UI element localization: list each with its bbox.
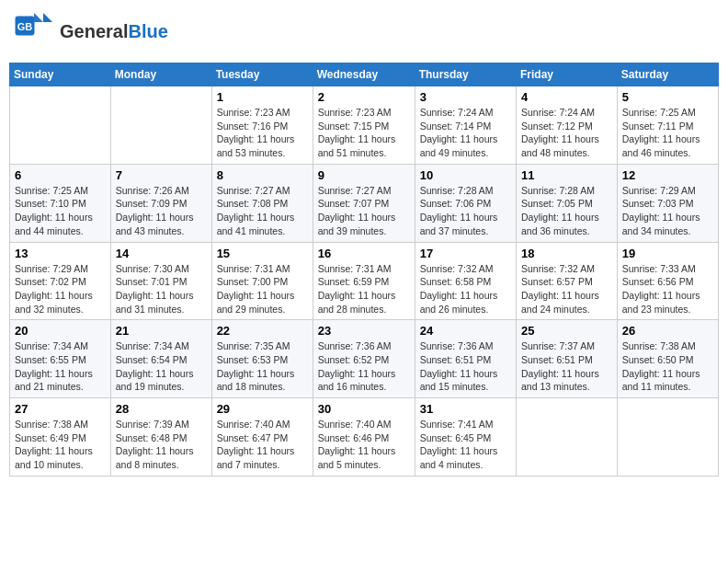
cell-content: Sunrise: 7:28 AM Sunset: 7:05 PM Dayligh…	[521, 184, 612, 238]
day-number: 19	[622, 247, 713, 260]
cell-content: Sunrise: 7:36 AM Sunset: 6:52 PM Dayligh…	[318, 339, 410, 394]
column-header-monday: Monday	[110, 63, 211, 86]
calendar-cell: 23Sunrise: 7:36 AM Sunset: 6:52 PM Dayli…	[313, 320, 415, 398]
calendar-cell: 3Sunrise: 7:24 AM Sunset: 7:14 PM Daylig…	[415, 86, 516, 165]
cell-content: Sunrise: 7:34 AM Sunset: 6:54 PM Dayligh…	[116, 339, 207, 394]
calendar-week-3: 13Sunrise: 7:29 AM Sunset: 7:02 PM Dayli…	[10, 242, 719, 320]
page-header: GB GeneralBlue	[9, 9, 719, 53]
cell-content: Sunrise: 7:39 AM Sunset: 6:48 PM Dayligh…	[116, 418, 207, 472]
cell-content: Sunrise: 7:40 AM Sunset: 6:47 PM Dayligh…	[217, 418, 308, 472]
column-header-wednesday: Wednesday	[313, 63, 415, 86]
calendar-cell: 21Sunrise: 7:34 AM Sunset: 6:54 PM Dayli…	[110, 320, 211, 398]
cell-content: Sunrise: 7:34 AM Sunset: 6:55 PM Dayligh…	[15, 339, 106, 394]
column-header-sunday: Sunday	[10, 63, 111, 86]
day-number: 6	[15, 168, 106, 182]
day-number: 7	[116, 168, 207, 182]
svg-text:GB: GB	[17, 21, 33, 32]
calendar-week-4: 20Sunrise: 7:34 AM Sunset: 6:55 PM Dayli…	[10, 320, 719, 398]
cell-content: Sunrise: 7:29 AM Sunset: 7:02 PM Dayligh…	[15, 262, 106, 316]
cell-content: Sunrise: 7:40 AM Sunset: 6:46 PM Dayligh…	[318, 418, 410, 472]
calendar-cell: 20Sunrise: 7:34 AM Sunset: 6:55 PM Dayli…	[10, 320, 111, 398]
day-number: 2	[318, 90, 410, 104]
svg-marker-4	[43, 13, 52, 22]
logo-icon: GB	[14, 9, 58, 53]
calendar-cell: 31Sunrise: 7:41 AM Sunset: 6:45 PM Dayli…	[415, 398, 516, 477]
cell-content: Sunrise: 7:25 AM Sunset: 7:10 PM Dayligh…	[15, 184, 106, 238]
calendar-cell: 18Sunrise: 7:32 AM Sunset: 6:57 PM Dayli…	[517, 242, 618, 320]
column-header-friday: Friday	[517, 63, 618, 86]
calendar-cell: 29Sunrise: 7:40 AM Sunset: 6:47 PM Dayli…	[211, 398, 313, 477]
calendar-cell: 25Sunrise: 7:37 AM Sunset: 6:51 PM Dayli…	[517, 320, 618, 398]
cell-content: Sunrise: 7:26 AM Sunset: 7:09 PM Dayligh…	[116, 184, 207, 238]
calendar-cell: 11Sunrise: 7:28 AM Sunset: 7:05 PM Dayli…	[517, 164, 618, 242]
calendar-cell: 4Sunrise: 7:24 AM Sunset: 7:12 PM Daylig…	[517, 86, 618, 165]
calendar-cell: 8Sunrise: 7:27 AM Sunset: 7:08 PM Daylig…	[211, 164, 313, 242]
day-number: 20	[15, 324, 106, 338]
calendar-cell: 22Sunrise: 7:35 AM Sunset: 6:53 PM Dayli…	[211, 320, 313, 398]
day-number: 23	[318, 324, 410, 338]
calendar-cell: 2Sunrise: 7:23 AM Sunset: 7:15 PM Daylig…	[313, 86, 415, 165]
day-number: 12	[622, 168, 713, 182]
calendar-week-5: 27Sunrise: 7:38 AM Sunset: 6:49 PM Dayli…	[10, 398, 719, 477]
calendar-cell: 10Sunrise: 7:28 AM Sunset: 7:06 PM Dayli…	[415, 164, 516, 242]
calendar-cell: 30Sunrise: 7:40 AM Sunset: 6:46 PM Dayli…	[313, 398, 415, 477]
day-number: 10	[420, 168, 511, 182]
day-number: 26	[622, 324, 713, 338]
day-number: 25	[521, 324, 612, 338]
day-number: 4	[521, 90, 612, 104]
calendar-cell	[10, 86, 111, 165]
calendar-week-1: 1Sunrise: 7:23 AM Sunset: 7:16 PM Daylig…	[10, 86, 719, 165]
day-number: 15	[217, 247, 308, 260]
calendar-cell: 19Sunrise: 7:33 AM Sunset: 6:56 PM Dayli…	[617, 242, 718, 320]
calendar-cell: 13Sunrise: 7:29 AM Sunset: 7:02 PM Dayli…	[10, 242, 111, 320]
column-header-saturday: Saturday	[617, 63, 718, 86]
day-number: 24	[420, 324, 511, 338]
cell-content: Sunrise: 7:35 AM Sunset: 6:53 PM Dayligh…	[217, 339, 308, 394]
day-number: 5	[622, 90, 713, 104]
calendar-cell: 12Sunrise: 7:29 AM Sunset: 7:03 PM Dayli…	[617, 164, 718, 242]
day-number: 8	[217, 168, 308, 182]
cell-content: Sunrise: 7:24 AM Sunset: 7:12 PM Dayligh…	[521, 106, 612, 160]
calendar-cell	[517, 398, 618, 477]
cell-content: Sunrise: 7:32 AM Sunset: 6:58 PM Dayligh…	[420, 262, 511, 316]
calendar-cell: 27Sunrise: 7:38 AM Sunset: 6:49 PM Dayli…	[10, 398, 111, 477]
calendar-cell	[110, 86, 211, 165]
day-number: 17	[420, 247, 511, 260]
cell-content: Sunrise: 7:31 AM Sunset: 6:59 PM Dayligh…	[318, 262, 410, 316]
calendar-cell: 15Sunrise: 7:31 AM Sunset: 7:00 PM Dayli…	[211, 242, 313, 320]
cell-content: Sunrise: 7:31 AM Sunset: 7:00 PM Dayligh…	[217, 262, 308, 316]
calendar-cell: 17Sunrise: 7:32 AM Sunset: 6:58 PM Dayli…	[415, 242, 516, 320]
calendar-cell: 24Sunrise: 7:36 AM Sunset: 6:51 PM Dayli…	[415, 320, 516, 398]
column-header-thursday: Thursday	[415, 63, 516, 86]
day-number: 28	[116, 402, 207, 416]
calendar-cell: 28Sunrise: 7:39 AM Sunset: 6:48 PM Dayli…	[110, 398, 211, 477]
day-number: 29	[217, 402, 308, 416]
calendar-cell: 14Sunrise: 7:30 AM Sunset: 7:01 PM Dayli…	[110, 242, 211, 320]
calendar-cell: 5Sunrise: 7:25 AM Sunset: 7:11 PM Daylig…	[617, 86, 718, 165]
cell-content: Sunrise: 7:28 AM Sunset: 7:06 PM Dayligh…	[420, 184, 511, 238]
cell-content: Sunrise: 7:32 AM Sunset: 6:57 PM Dayligh…	[521, 262, 612, 316]
logo-general: General	[60, 21, 128, 41]
cell-content: Sunrise: 7:36 AM Sunset: 6:51 PM Dayligh…	[420, 339, 511, 394]
calendar-cell: 6Sunrise: 7:25 AM Sunset: 7:10 PM Daylig…	[10, 164, 111, 242]
calendar-cell	[617, 398, 718, 477]
day-number: 16	[318, 247, 410, 260]
day-number: 30	[318, 402, 410, 416]
day-number: 1	[217, 90, 308, 104]
day-number: 14	[116, 247, 207, 260]
cell-content: Sunrise: 7:33 AM Sunset: 6:56 PM Dayligh…	[622, 262, 713, 316]
cell-content: Sunrise: 7:41 AM Sunset: 6:45 PM Dayligh…	[420, 418, 511, 472]
svg-marker-3	[34, 13, 43, 22]
cell-content: Sunrise: 7:38 AM Sunset: 6:50 PM Dayligh…	[622, 339, 713, 394]
calendar-cell: 26Sunrise: 7:38 AM Sunset: 6:50 PM Dayli…	[617, 320, 718, 398]
cell-content: Sunrise: 7:23 AM Sunset: 7:16 PM Dayligh…	[217, 106, 308, 160]
calendar-cell: 7Sunrise: 7:26 AM Sunset: 7:09 PM Daylig…	[110, 164, 211, 242]
calendar-cell: 1Sunrise: 7:23 AM Sunset: 7:16 PM Daylig…	[211, 86, 313, 165]
cell-content: Sunrise: 7:27 AM Sunset: 7:07 PM Dayligh…	[318, 184, 410, 238]
column-header-tuesday: Tuesday	[211, 63, 313, 86]
day-number: 31	[420, 402, 511, 416]
logo-blue: Blue	[128, 21, 167, 41]
cell-content: Sunrise: 7:23 AM Sunset: 7:15 PM Dayligh…	[318, 106, 410, 160]
cell-content: Sunrise: 7:30 AM Sunset: 7:01 PM Dayligh…	[116, 262, 207, 316]
logo: GB GeneralBlue	[14, 9, 168, 53]
